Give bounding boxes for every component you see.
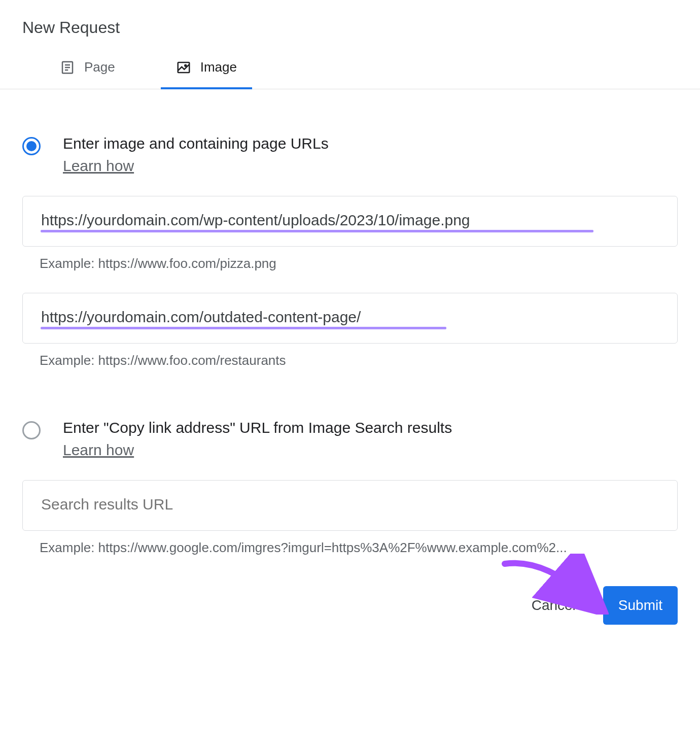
page-icon — [60, 60, 75, 75]
tab-image[interactable]: Image — [161, 59, 252, 89]
option-title: Enter image and containing page URLs — [63, 135, 678, 152]
image-url-input[interactable] — [22, 196, 678, 247]
page-url-input[interactable] — [22, 293, 678, 344]
example-text: Example: https://www.google.com/imgres?i… — [40, 540, 678, 556]
annotation-underline — [41, 327, 446, 329]
option-enter-urls: Enter image and containing page URLs Lea… — [22, 135, 678, 368]
svg-rect-4 — [178, 62, 189, 73]
radio-enter-urls[interactable] — [22, 137, 41, 155]
image-icon — [176, 60, 191, 75]
example-text: Example: https://www.foo.com/restaurants — [40, 353, 678, 368]
footer-actions: Cancel Submit — [0, 586, 700, 645]
svg-point-5 — [185, 64, 186, 66]
search-results-url-input[interactable] — [22, 480, 678, 531]
annotation-underline — [41, 230, 593, 232]
submit-button[interactable]: Submit — [603, 586, 678, 625]
option-copy-link: Enter "Copy link address" URL from Image… — [22, 419, 678, 556]
example-text: Example: https://www.foo.com/pizza.png — [40, 256, 678, 271]
tab-label: Image — [200, 59, 237, 75]
option-title: Enter "Copy link address" URL from Image… — [63, 419, 678, 436]
page-title: New Request — [22, 18, 700, 37]
tab-bar: Page Image — [0, 59, 700, 89]
tab-page[interactable]: Page — [45, 59, 130, 89]
cancel-button[interactable]: Cancel — [529, 597, 579, 614]
learn-how-link[interactable]: Learn how — [63, 157, 134, 175]
tab-label: Page — [84, 59, 115, 75]
radio-copy-link[interactable] — [22, 421, 41, 439]
learn-how-link[interactable]: Learn how — [63, 441, 134, 459]
